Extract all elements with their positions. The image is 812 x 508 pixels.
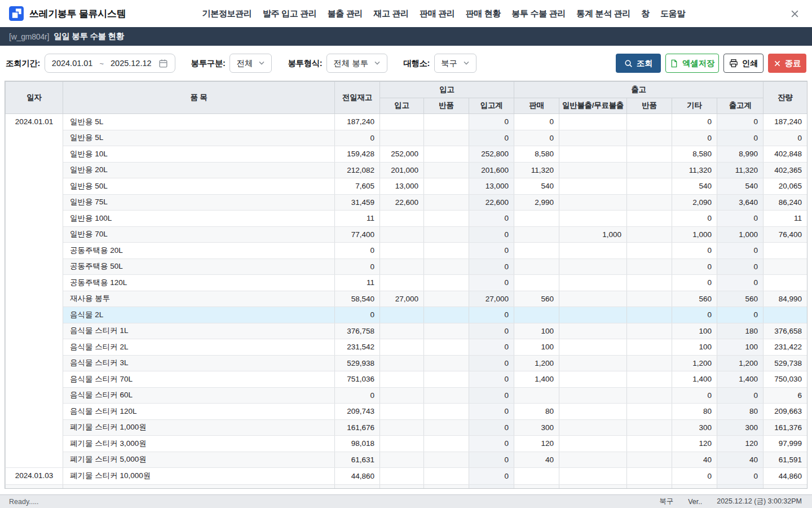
- prev-cell[interactable]: 212,082: [335, 162, 380, 178]
- sale-cell[interactable]: 540: [514, 178, 559, 195]
- sale-cell[interactable]: 11,320: [514, 162, 559, 178]
- item-cell[interactable]: 일반용 10L: [63, 146, 335, 163]
- out_sum-cell[interactable]: 100: [717, 339, 764, 356]
- table-row[interactable]: 일반용 75L31,45922,60022,6002,9902,0903,640…: [6, 194, 807, 211]
- etc-cell[interactable]: 0: [672, 275, 717, 291]
- table-row[interactable]: 일반용 10L159,428252,000252,8008,5808,5808,…: [6, 146, 807, 163]
- table-row[interactable]: 공동주택용 120L11000: [6, 275, 807, 291]
- in_qty-cell[interactable]: [380, 468, 424, 485]
- etc-cell[interactable]: 2,090: [672, 194, 717, 211]
- in_ret-cell[interactable]: [424, 371, 469, 388]
- in_ret-cell[interactable]: [424, 259, 469, 275]
- sale-cell[interactable]: [514, 211, 559, 227]
- table-row[interactable]: 폐기물 스티커 1,000원161,6760300300300161,376: [6, 419, 807, 436]
- prev-cell[interactable]: 159,428: [335, 146, 380, 163]
- balance-cell[interactable]: 20,065: [764, 178, 807, 195]
- in_qty-cell[interactable]: [380, 243, 424, 259]
- in_qty-cell[interactable]: [380, 387, 424, 404]
- in_sum-cell[interactable]: 0: [469, 387, 514, 404]
- in_sum-cell[interactable]: 13,000: [469, 178, 514, 195]
- in_qty-cell[interactable]: [380, 355, 424, 371]
- item-cell[interactable]: 음식물 스티커 120L: [63, 404, 335, 420]
- item-cell[interactable]: 음식물 2L: [63, 307, 335, 323]
- in_ret-cell[interactable]: [424, 419, 469, 436]
- out_sum-cell[interactable]: 80: [717, 404, 764, 420]
- date-to-value[interactable]: 2025.12.12: [111, 59, 152, 68]
- out_ret-cell[interactable]: [627, 291, 672, 307]
- in_sum-cell[interactable]: 0: [469, 355, 514, 371]
- out_ret-cell[interactable]: [627, 404, 672, 420]
- in_ret-cell[interactable]: [424, 468, 469, 485]
- out_ret-cell[interactable]: [627, 339, 672, 356]
- prev-cell[interactable]: 0: [335, 307, 380, 323]
- in_sum-cell[interactable]: 0: [469, 114, 514, 130]
- in_qty-cell[interactable]: 22,600: [380, 194, 424, 211]
- sale-cell[interactable]: 2,990: [514, 194, 559, 211]
- in_qty-cell[interactable]: [380, 307, 424, 323]
- menu-item-0[interactable]: 기본정보관리: [202, 8, 251, 19]
- item-cell[interactable]: 음식물 스티커 70L: [63, 371, 335, 388]
- sale-cell[interactable]: [514, 259, 559, 275]
- in_sum-cell[interactable]: 0: [469, 419, 514, 436]
- sale-cell[interactable]: [514, 307, 559, 323]
- out_sum-cell[interactable]: 300: [717, 419, 764, 436]
- prev-cell[interactable]: 0: [335, 259, 380, 275]
- etc-cell[interactable]: 0: [672, 114, 717, 130]
- out_sum-cell[interactable]: 0: [717, 275, 764, 291]
- etc-cell[interactable]: 11,320: [672, 162, 717, 178]
- etc-cell[interactable]: 0: [672, 130, 717, 146]
- table-row[interactable]: 일반용 5L000000: [6, 130, 807, 146]
- sale-cell[interactable]: 80: [514, 404, 559, 420]
- balance-cell[interactable]: 6: [764, 387, 807, 404]
- free_out-cell[interactable]: [559, 211, 627, 227]
- bag-form-select[interactable]: 전체 봉투: [326, 54, 387, 73]
- out_ret-cell[interactable]: [627, 275, 672, 291]
- etc-cell[interactable]: 0: [672, 307, 717, 323]
- out_ret-cell[interactable]: [627, 307, 672, 323]
- free_out-cell[interactable]: [559, 146, 627, 163]
- etc-cell[interactable]: 0: [672, 259, 717, 275]
- window-close-icon[interactable]: [790, 9, 800, 19]
- etc-cell[interactable]: 40: [672, 452, 717, 468]
- table-row[interactable]: 폐기물 스티커 3,000원98,018012012012097,999: [6, 436, 807, 452]
- out_ret-cell[interactable]: [627, 323, 672, 339]
- out_sum-cell[interactable]: 560: [717, 291, 764, 307]
- menu-item-9[interactable]: 도움말: [660, 8, 685, 19]
- in_ret-cell[interactable]: [424, 162, 469, 178]
- in_sum-cell[interactable]: 0: [469, 323, 514, 339]
- in_ret-cell[interactable]: [424, 146, 469, 163]
- in_sum-cell[interactable]: 0: [469, 436, 514, 452]
- item-cell[interactable]: 폐기물 스티커 10,000원: [63, 468, 335, 485]
- table-row[interactable]: 음식물 스티커 60L00006: [6, 387, 807, 404]
- out_sum-cell[interactable]: 40: [717, 452, 764, 468]
- in_ret-cell[interactable]: [424, 436, 469, 452]
- in_sum-cell[interactable]: 0: [469, 452, 514, 468]
- in_qty-cell[interactable]: [380, 226, 424, 243]
- balance-cell[interactable]: 0: [764, 130, 807, 146]
- prev-cell[interactable]: 376,758: [335, 323, 380, 339]
- item-cell[interactable]: 폐기물 스티커 1,000원: [63, 419, 335, 436]
- free_out-cell[interactable]: [559, 275, 627, 291]
- in_qty-cell[interactable]: 252,000: [380, 146, 424, 163]
- out_sum-cell[interactable]: 120: [717, 436, 764, 452]
- balance-cell[interactable]: 402,365: [764, 162, 807, 178]
- prev-cell[interactable]: 0: [335, 243, 380, 259]
- etc-cell[interactable]: 0: [672, 468, 717, 485]
- free_out-cell[interactable]: [559, 243, 627, 259]
- out_sum-cell[interactable]: 0: [717, 387, 764, 404]
- prev-cell[interactable]: 98,018: [335, 436, 380, 452]
- out_ret-cell[interactable]: [627, 226, 672, 243]
- in_sum-cell[interactable]: 0: [469, 468, 514, 485]
- item-cell[interactable]: 일반용 70L: [63, 226, 335, 243]
- free_out-cell[interactable]: [559, 291, 627, 307]
- in_sum-cell[interactable]: 252,800: [469, 146, 514, 163]
- in_sum-cell[interactable]: 0: [469, 275, 514, 291]
- table-row[interactable]: 2024.01.01일반용 5L187,2400000187,240: [6, 114, 807, 130]
- etc-cell[interactable]: 0: [672, 243, 717, 259]
- out_sum-cell[interactable]: 540: [717, 178, 764, 195]
- in_sum-cell[interactable]: 0: [469, 307, 514, 323]
- sale-cell[interactable]: 300: [514, 419, 559, 436]
- sale-cell[interactable]: 1,200: [514, 355, 559, 371]
- etc-cell[interactable]: 100: [672, 323, 717, 339]
- out_sum-cell[interactable]: 1,200: [717, 355, 764, 371]
